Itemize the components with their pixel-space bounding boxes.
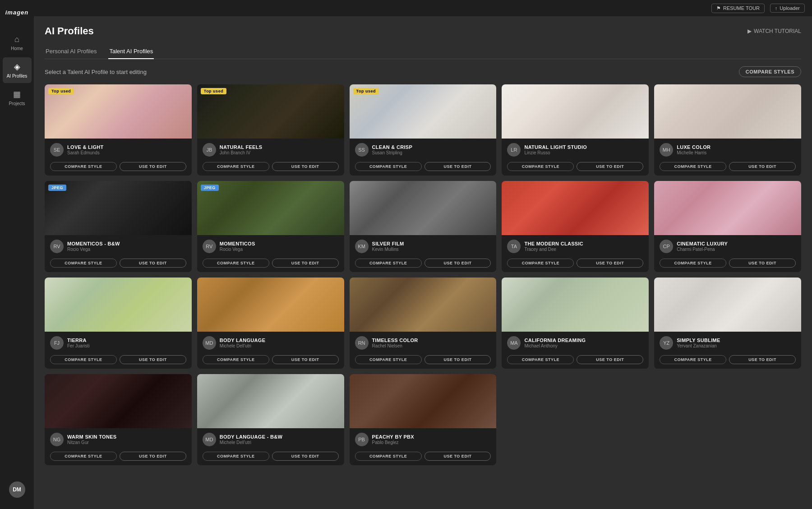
profile-badge: JPEG (201, 185, 219, 191)
card-actions: COMPARE STYLE USE TO EDIT (660, 162, 796, 171)
compare-style-button[interactable]: COMPARE STYLE (50, 259, 117, 268)
card-profile-name: CLEAN & CRISP (372, 144, 491, 150)
card-avatar: MA (507, 336, 521, 350)
compare-style-button[interactable]: COMPARE STYLE (507, 355, 574, 364)
watch-tutorial-label: WATCH TUTORIAL (754, 28, 801, 34)
profile-image (350, 278, 497, 332)
use-to-edit-button[interactable]: USE TO EDIT (272, 355, 339, 364)
card-info: CINEMATIC LUXURY Charmi Patel-Pena (677, 241, 796, 252)
use-to-edit-button[interactable]: USE TO EDIT (424, 452, 491, 461)
compare-style-button[interactable]: COMPARE STYLE (203, 355, 269, 364)
card-info: SIMPLY SUBLIME Yervant Zanazanian (677, 338, 796, 348)
compare-style-button[interactable]: COMPARE STYLE (203, 259, 269, 268)
card-profile-author: Tracey and Dee (524, 247, 643, 252)
sidebar-item-home[interactable]: ⌂ Home (3, 30, 32, 56)
card-profile-name: MOMENTICOS (220, 241, 339, 247)
ai-profiles-icon: ◈ (12, 62, 22, 72)
card-profile-author: Kevin Mullins (372, 247, 491, 252)
compare-style-button[interactable]: COMPARE STYLE (355, 355, 422, 364)
profile-image (654, 84, 801, 139)
card-profile-name: LUXE COLOR (677, 144, 796, 150)
sidebar-item-ai-profiles[interactable]: ◈ AI Profiles (3, 57, 32, 83)
tab-personal-ai-profiles[interactable]: Personal AI Profiles (45, 44, 97, 59)
compare-style-button[interactable]: COMPARE STYLE (660, 259, 726, 268)
card-actions: COMPARE STYLE USE TO EDIT (203, 162, 339, 171)
compare-style-button[interactable]: COMPARE STYLE (50, 452, 117, 461)
profile-card-body-language: MD BODY LANGUAGE Michele Dell'utri COMPA… (197, 278, 344, 369)
compare-style-button[interactable]: COMPARE STYLE (203, 162, 269, 171)
card-actions: COMPARE STYLE USE TO EDIT (50, 259, 186, 268)
compare-style-button[interactable]: COMPARE STYLE (507, 259, 574, 268)
profile-image (502, 84, 649, 139)
use-to-edit-button[interactable]: USE TO EDIT (729, 355, 796, 364)
use-to-edit-button[interactable]: USE TO EDIT (272, 452, 339, 461)
use-to-edit-button[interactable]: USE TO EDIT (424, 355, 491, 364)
card-info: CLEAN & CRISP Susan Stripling (372, 144, 491, 155)
profile-image: Top used (197, 84, 344, 139)
card-profile-name: NATURAL LIGHT STUDIO (524, 144, 643, 150)
card-profile-row: NG WARM SKIN TONES Nitzan Gur (50, 433, 186, 446)
compare-styles-button[interactable]: COMPARE STYLES (739, 66, 801, 77)
card-profile-row: PB PEACHY BY PBX Pablo Beglez (355, 433, 491, 446)
card-profile-name: NATURAL FEELS (220, 144, 339, 150)
use-to-edit-button[interactable]: USE TO EDIT (424, 259, 491, 268)
subtitle-bar: Select a Talent AI Profile to start edit… (45, 66, 801, 77)
card-body: TA THE MODERN CLASSIC Tracey and Dee COM… (502, 235, 649, 272)
sidebar-item-projects-label: Projects (9, 101, 25, 106)
use-to-edit-button[interactable]: USE TO EDIT (729, 259, 796, 268)
card-profile-name: BODY LANGUAGE - B&W (220, 434, 339, 440)
card-profile-author: Nitzan Gur (67, 440, 186, 445)
resume-tour-button[interactable]: ⚑ RESUME TOUR (711, 4, 765, 13)
compare-style-button[interactable]: COMPARE STYLE (660, 355, 726, 364)
sidebar-bottom: DM (9, 481, 25, 504)
profile-image (197, 374, 344, 428)
compare-style-button[interactable]: COMPARE STYLE (355, 452, 422, 461)
card-profile-row: MH LUXE COLOR Michelle Harris (660, 143, 796, 157)
projects-icon: ▦ (12, 89, 22, 99)
card-body: MD BODY LANGUAGE Michele Dell'utri COMPA… (197, 332, 344, 369)
page-title-text: AI Profiles (45, 25, 94, 37)
compare-style-button[interactable]: COMPARE STYLE (50, 162, 117, 171)
use-to-edit-button[interactable]: USE TO EDIT (577, 162, 643, 171)
card-body: YZ SIMPLY SUBLIME Yervant Zanazanian COM… (654, 332, 801, 369)
profile-card-natural-light-studio: LR NATURAL LIGHT STUDIO Linzie Russo COM… (502, 84, 649, 176)
use-to-edit-button[interactable]: USE TO EDIT (120, 452, 186, 461)
compare-style-button[interactable]: COMPARE STYLE (355, 162, 422, 171)
card-avatar: RV (203, 240, 216, 253)
card-body: FJ TIERRA Fer Juaristi COMPARE STYLE USE… (45, 332, 192, 369)
use-to-edit-button[interactable]: USE TO EDIT (729, 162, 796, 171)
uploader-button[interactable]: ↑ Uploader (770, 4, 805, 13)
card-avatar: MD (203, 433, 216, 446)
use-to-edit-button[interactable]: USE TO EDIT (272, 259, 339, 268)
card-avatar: FJ (50, 336, 64, 350)
use-to-edit-button[interactable]: USE TO EDIT (120, 162, 186, 171)
compare-style-button[interactable]: COMPARE STYLE (203, 452, 269, 461)
card-profile-name: CALIFORNIA DREAMING (524, 338, 643, 343)
tab-talent-ai-profiles[interactable]: Talent AI Profiles (108, 44, 154, 59)
compare-style-button[interactable]: COMPARE STYLE (507, 162, 574, 171)
compare-style-button[interactable]: COMPARE STYLE (50, 355, 117, 364)
card-body: SE LOVE & LIGHT Sarah Edmunds COMPARE ST… (45, 139, 192, 176)
watch-tutorial-button[interactable]: ▶ WATCH TUTORIAL (747, 28, 801, 34)
card-profile-name: PEACHY BY PBX (372, 434, 491, 440)
profile-card-clean-crisp: Top used SS CLEAN & CRISP Susan Striplin… (350, 84, 497, 176)
user-avatar[interactable]: DM (9, 481, 25, 498)
card-body: MD BODY LANGUAGE - B&W Michele Dell'utri… (197, 428, 344, 465)
logo-text: imagen (5, 9, 29, 16)
use-to-edit-button[interactable]: USE TO EDIT (424, 162, 491, 171)
card-profile-row: FJ TIERRA Fer Juaristi (50, 336, 186, 350)
compare-style-button[interactable]: COMPARE STYLE (355, 259, 422, 268)
sidebar-item-projects[interactable]: ▦ Projects (3, 85, 32, 111)
card-profile-row: RV MOMENTICOS - B&W Rocio Vega (50, 240, 186, 253)
profile-image: Top used (45, 84, 192, 139)
app-logo: imagen (2, 5, 32, 20)
use-to-edit-button[interactable]: USE TO EDIT (272, 162, 339, 171)
page-title-bar: AI Profiles ▶ WATCH TUTORIAL (45, 25, 801, 37)
use-to-edit-button[interactable]: USE TO EDIT (120, 259, 186, 268)
compare-style-button[interactable]: COMPARE STYLE (660, 162, 726, 171)
card-body: KM SILVER FILM Kevin Mullins COMPARE STY… (350, 235, 497, 272)
use-to-edit-button[interactable]: USE TO EDIT (577, 355, 643, 364)
card-info: PEACHY BY PBX Pablo Beglez (372, 434, 491, 445)
use-to-edit-button[interactable]: USE TO EDIT (120, 355, 186, 364)
use-to-edit-button[interactable]: USE TO EDIT (577, 259, 643, 268)
